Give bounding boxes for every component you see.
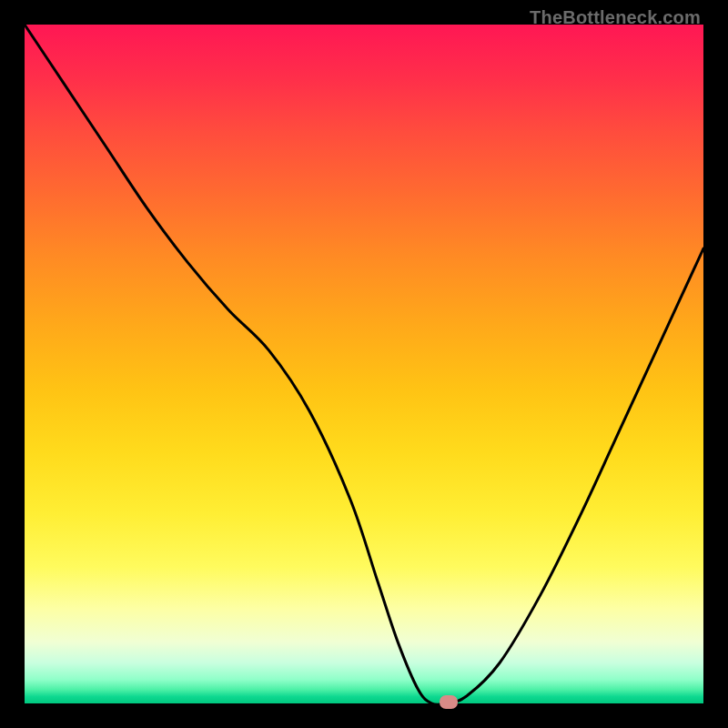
optimal-marker bbox=[440, 695, 458, 709]
curve-layer bbox=[25, 25, 703, 703]
chart-frame: TheBottleneck.com bbox=[0, 0, 728, 728]
bottleneck-curve bbox=[25, 25, 703, 704]
watermark: TheBottleneck.com bbox=[530, 7, 701, 28]
